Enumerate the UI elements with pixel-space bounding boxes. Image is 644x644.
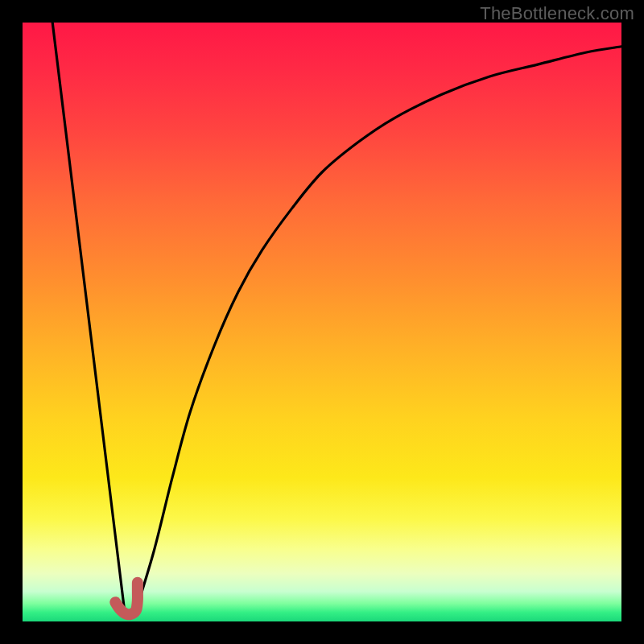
- bottom-marker-j: [115, 583, 138, 615]
- watermark-text: TheBottleneck.com: [480, 3, 634, 24]
- chart-svg: [23, 23, 621, 621]
- descending-line: [52, 23, 124, 609]
- chart-plot-area: [23, 23, 621, 621]
- ascending-saturating-curve: [136, 47, 621, 609]
